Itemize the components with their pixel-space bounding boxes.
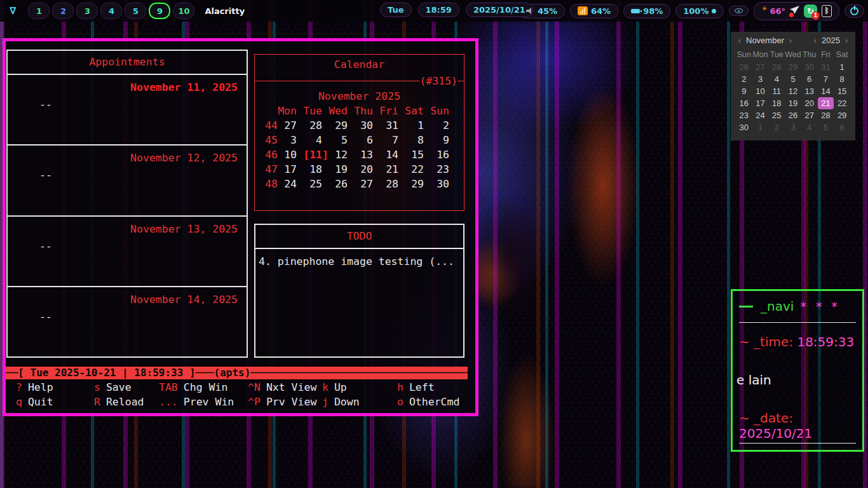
calendar-day[interactable]: 13 xyxy=(354,147,379,162)
brightness-pill[interactable]: 100% xyxy=(675,4,724,18)
mini-calendar-day[interactable]: 1 xyxy=(752,121,769,133)
distro-logo-icon[interactable]: ∇ xyxy=(4,4,22,18)
workspace-button-3[interactable]: 3 xyxy=(76,3,98,19)
mini-calendar-day[interactable]: 30 xyxy=(801,61,818,73)
workspace-button-10[interactable]: 10 xyxy=(173,3,194,19)
mini-calendar-day[interactable]: 2 xyxy=(736,73,752,85)
mini-calendar-day[interactable]: 4 xyxy=(768,73,785,85)
mini-calendar-day[interactable]: 10 xyxy=(752,85,769,97)
battery-pill[interactable]: 98% xyxy=(623,4,670,18)
mini-calendar-day[interactable]: 30 xyxy=(736,121,752,133)
mini-calendar-day[interactable]: 5 xyxy=(785,73,801,85)
calendar-day[interactable]: 29 xyxy=(329,118,354,133)
mini-calendar-day[interactable]: 3 xyxy=(752,73,769,85)
mini-calendar-day[interactable]: 19 xyxy=(785,97,801,109)
mini-calendar-day[interactable]: 3 xyxy=(785,121,801,133)
mini-calendar-day[interactable]: 26 xyxy=(736,61,752,73)
mini-calendar-day[interactable]: 17 xyxy=(752,97,769,109)
calendar-day[interactable]: 23 xyxy=(430,162,456,177)
calendar-day[interactable]: 28 xyxy=(379,177,405,191)
calendar-day[interactable]: 9 xyxy=(430,133,456,147)
calendar-day[interactable]: 17 xyxy=(278,162,303,177)
prev-month-arrow-icon[interactable]: ‹ xyxy=(736,36,743,45)
mini-calendar-day[interactable]: 27 xyxy=(801,109,818,121)
calendar-day[interactable]: 27 xyxy=(278,118,303,133)
calendar-day[interactable]: 3 xyxy=(278,133,303,147)
prev-year-arrow-icon[interactable]: ‹ xyxy=(811,36,819,45)
calendar-day[interactable]: 22 xyxy=(405,162,430,177)
mini-calendar-day[interactable]: 16 xyxy=(736,97,752,109)
bluetooth-tray-icon[interactable]: ᛒ xyxy=(822,5,832,17)
mini-calendar-day[interactable]: 18 xyxy=(768,97,785,109)
calendar-day[interactable]: 31 xyxy=(379,118,405,133)
workspace-button-2[interactable]: 2 xyxy=(52,3,74,19)
clock-pill[interactable]: 18:59 xyxy=(418,3,459,17)
next-year-arrow-icon[interactable]: › xyxy=(843,36,850,45)
sync-app-tray-icon[interactable]: ↻ 1 xyxy=(804,4,817,18)
mini-calendar-day[interactable]: 23 xyxy=(736,109,752,121)
weather-temperature[interactable]: 66° xyxy=(770,6,785,16)
calendar-day[interactable]: 30 xyxy=(430,177,456,191)
mini-calendar-day[interactable]: 28 xyxy=(768,61,785,73)
mini-calendar-day[interactable]: 29 xyxy=(785,61,801,73)
calendar-day[interactable]: 1 xyxy=(405,118,430,133)
mini-calendar-day[interactable]: 2 xyxy=(768,121,785,133)
telegram-tray-icon[interactable] xyxy=(790,6,799,16)
date-pill[interactable]: 2025/10/21 xyxy=(466,3,533,17)
idle-inhibitor-pill[interactable] xyxy=(729,6,749,16)
calendar-day[interactable]: 20 xyxy=(354,162,379,177)
calendar-day[interactable]: 6 xyxy=(354,133,379,147)
calendar-day[interactable]: 15 xyxy=(405,147,430,162)
mini-calendar-day[interactable]: 8 xyxy=(834,73,850,85)
network-pill[interactable]: 64% xyxy=(570,4,618,18)
mini-calendar-day[interactable]: 22 xyxy=(834,97,850,109)
mini-calendar-day[interactable]: 14 xyxy=(818,85,834,97)
mini-calendar-day[interactable]: 24 xyxy=(752,109,769,121)
mini-calendar-day[interactable]: 6 xyxy=(834,121,850,133)
calendar-day[interactable]: 25 xyxy=(303,177,329,191)
mini-calendar-day[interactable]: 11 xyxy=(768,85,785,97)
calendar-day[interactable]: 26 xyxy=(329,177,354,191)
calendar-day[interactable]: 12 xyxy=(329,147,354,162)
mini-calendar-day[interactable]: 12 xyxy=(785,85,801,97)
mini-calendar-day[interactable]: 21 xyxy=(818,97,834,109)
workspace-button-9[interactable]: 9 xyxy=(149,3,170,19)
calendar-day[interactable]: 7 xyxy=(379,133,405,147)
mini-calendar-day[interactable]: 4 xyxy=(801,121,818,133)
calendar-day[interactable]: 4 xyxy=(303,133,329,147)
calendar-day[interactable]: 14 xyxy=(379,147,405,162)
mini-calendar-day[interactable]: 29 xyxy=(834,109,850,121)
calendar-day[interactable]: 24 xyxy=(278,177,303,191)
mini-calendar-day[interactable]: 9 xyxy=(736,85,752,97)
calendar-day[interactable]: 21 xyxy=(379,162,405,177)
weekday-pill[interactable]: Tue xyxy=(380,3,412,17)
mini-calendar-day[interactable]: 6 xyxy=(801,73,818,85)
mini-calendar-day[interactable]: 1 xyxy=(834,61,850,73)
calendar-day[interactable]: 27 xyxy=(354,177,379,191)
mini-calendar-day[interactable]: 28 xyxy=(818,109,834,121)
calendar-day[interactable]: 2 xyxy=(430,118,456,133)
mini-calendar-day[interactable]: 13 xyxy=(801,85,818,97)
mini-calendar-day[interactable]: 7 xyxy=(818,73,834,85)
calendar-day[interactable]: 18 xyxy=(303,162,329,177)
workspace-button-5[interactable]: 5 xyxy=(125,3,146,19)
calendar-day[interactable]: 8 xyxy=(405,133,430,147)
mini-calendar-day[interactable]: 5 xyxy=(818,121,834,133)
workspace-button-1[interactable]: 1 xyxy=(28,3,50,19)
next-month-arrow-icon[interactable]: › xyxy=(787,36,794,45)
mini-calendar-day[interactable]: 25 xyxy=(768,109,785,121)
calendar-day[interactable]: 5 xyxy=(329,133,354,147)
mini-calendar-day[interactable]: 20 xyxy=(801,97,818,109)
calendar-day[interactable]: 10 xyxy=(278,147,303,162)
calcurse-terminal-window[interactable]: Appointments November 11, 2025--November… xyxy=(3,38,478,416)
mini-calendar-day[interactable]: 27 xyxy=(752,61,769,73)
calendar-day[interactable]: 19 xyxy=(329,162,354,177)
calendar-day[interactable]: 29 xyxy=(405,177,430,191)
calendar-day[interactable]: [11] xyxy=(303,147,329,162)
mini-calendar-day[interactable]: 31 xyxy=(818,61,834,73)
mini-calendar-day[interactable]: 15 xyxy=(834,85,850,97)
calendar-day[interactable]: 16 xyxy=(430,147,456,162)
calendar-day[interactable]: 28 xyxy=(303,118,329,133)
power-pill[interactable] xyxy=(844,4,864,18)
workspace-button-4[interactable]: 4 xyxy=(100,3,122,19)
